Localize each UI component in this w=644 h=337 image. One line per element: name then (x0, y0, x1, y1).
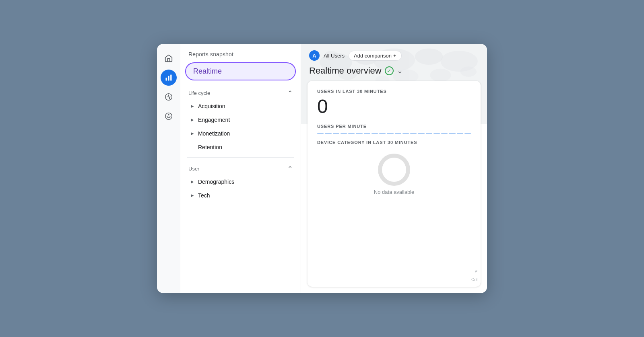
add-comparison-label: Add comparison (354, 53, 392, 59)
dash-10 (387, 133, 393, 134)
sidebar-header: Reports snapshot (180, 44, 301, 62)
add-comparison-icon: + (393, 53, 396, 59)
dash-20 (464, 133, 471, 134)
svg-point-5 (168, 114, 169, 115)
users-count: 0 (317, 96, 471, 117)
engagement-arrow-icon: ► (190, 117, 195, 123)
dash-12 (402, 133, 409, 134)
lifecycle-section-label: Life cycle (188, 90, 210, 96)
users-per-minute-label: USERS PER MINUTE (317, 124, 471, 129)
dash-1 (317, 133, 324, 134)
users-per-minute-section: USERS PER MINUTE (317, 124, 471, 134)
dash-18 (449, 133, 455, 134)
engagement-label: Engagement (198, 117, 230, 123)
dash-9 (379, 133, 386, 134)
tech-arrow-icon: ► (190, 193, 195, 198)
sidebar-item-demographics[interactable]: ► Demographics (180, 175, 301, 189)
dash-6 (356, 133, 362, 134)
col-text: Col (471, 277, 477, 282)
user-badge: A (309, 50, 320, 61)
acquisition-label: Acquisition (198, 103, 225, 109)
user-section-label: User (188, 166, 199, 172)
page-title-row: Realtime overview ✓ ⌄ (301, 66, 487, 81)
dash-4 (341, 133, 347, 134)
acquisition-arrow-icon: ► (190, 103, 195, 109)
dash-17 (441, 133, 448, 134)
sidebar-item-monetization[interactable]: ► Monetization (180, 127, 301, 140)
dash-11 (395, 133, 401, 134)
sidebar-item-acquisition[interactable]: ► Acquisition (180, 99, 301, 113)
no-data-donut: No data available (317, 147, 471, 198)
app-window: Reports snapshot Realtime Life cycle ⌃ ►… (157, 44, 487, 293)
demographics-label: Demographics (198, 179, 234, 185)
icon-rail (157, 44, 180, 293)
status-check-icon: ✓ (387, 68, 391, 74)
title-dropdown-icon[interactable]: ⌄ (397, 66, 403, 75)
users-per-minute-chart (317, 133, 471, 134)
user-initial: A (312, 53, 316, 59)
svg-rect-1 (168, 76, 169, 81)
page-title: Realtime overview (309, 66, 382, 76)
activity-icon[interactable] (161, 89, 177, 105)
svg-rect-0 (165, 78, 167, 81)
dash-19 (457, 133, 463, 134)
user-section-header: User ⌃ (180, 161, 301, 175)
p-text: P (475, 269, 477, 274)
device-category-label: DEVICE CATEGORY IN LAST 30 MINUTES (317, 140, 471, 145)
lifecycle-chevron-icon[interactable]: ⌃ (287, 89, 293, 97)
dash-5 (348, 133, 355, 134)
device-category-section: DEVICE CATEGORY IN LAST 30 MINUTES No da… (317, 140, 471, 198)
divider (187, 157, 294, 158)
dash-13 (410, 133, 417, 134)
realtime-nav-item[interactable]: Realtime (185, 62, 296, 80)
sidebar-item-engagement[interactable]: ► Engagement (180, 113, 301, 127)
home-icon[interactable] (161, 50, 177, 66)
add-comparison-button[interactable]: Add comparison + (349, 51, 402, 61)
demographics-arrow-icon: ► (190, 179, 195, 185)
sidebar: Reports snapshot Realtime Life cycle ⌃ ►… (180, 44, 301, 293)
all-users-label: All Users (324, 53, 345, 59)
stats-card: USERS IN LAST 30 MINUTES 0 USERS PER MIN… (308, 81, 481, 287)
retention-label: Retention (190, 144, 222, 150)
dash-3 (333, 133, 339, 134)
sidebar-item-retention[interactable]: Retention (180, 140, 301, 154)
monetization-label: Monetization (198, 130, 230, 137)
realtime-icon[interactable] (161, 108, 177, 124)
svg-rect-2 (170, 75, 171, 81)
dash-2 (325, 133, 331, 134)
dash-7 (364, 133, 370, 134)
sidebar-item-tech[interactable]: ► Tech (180, 189, 301, 202)
status-icon: ✓ (385, 66, 394, 75)
donut-ring-icon (378, 154, 410, 186)
no-data-text: No data available (374, 189, 414, 195)
monetization-arrow-icon: ► (190, 131, 195, 136)
dash-16 (433, 133, 440, 134)
users-last-30-label: USERS IN LAST 30 MINUTES (317, 89, 471, 94)
lifecycle-section-header: Life cycle ⌃ (180, 85, 301, 99)
tech-label: Tech (198, 192, 210, 199)
dash-14 (418, 133, 424, 134)
top-bar: A All Users Add comparison + (301, 44, 487, 66)
dash-15 (426, 133, 432, 134)
bar-chart-icon[interactable] (161, 70, 177, 86)
dash-8 (372, 133, 378, 134)
svg-point-4 (165, 113, 172, 120)
user-chevron-icon[interactable]: ⌃ (287, 165, 293, 173)
main-content: A All Users Add comparison + Realtime ov… (301, 44, 487, 293)
